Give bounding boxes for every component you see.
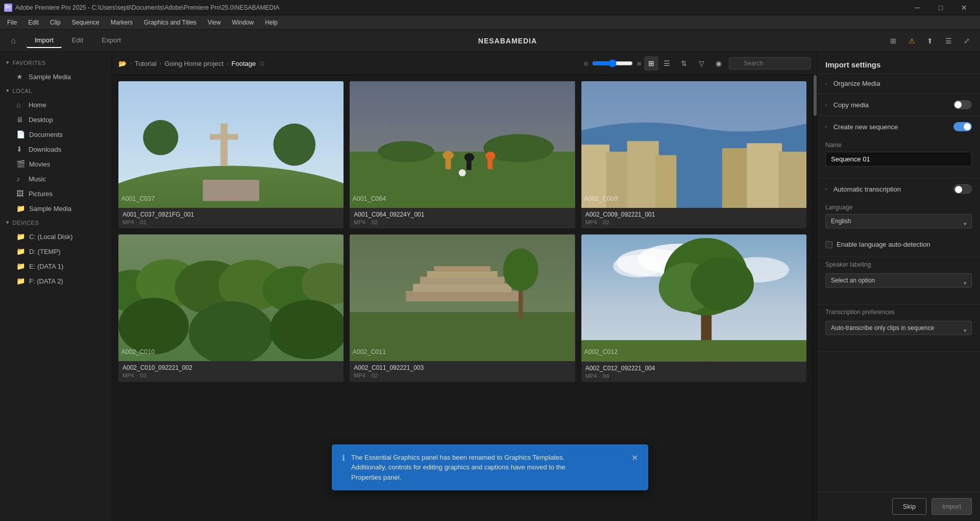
zoom-range-input[interactable]: [592, 59, 633, 67]
enable-auto-detect-row[interactable]: Enable language auto-detection: [825, 239, 972, 250]
sidebar-item-downloads[interactable]: ⬇ Downloads: [2, 142, 110, 156]
media-item-5[interactable]: A002_C011 A002_C011_092221_003 MP4 · :02: [350, 234, 575, 382]
sidebar-item-d-drive[interactable]: 📁 D: (TEMP): [2, 244, 110, 258]
enable-auto-detect-checkbox[interactable]: [825, 241, 832, 248]
upload-icon[interactable]: ⬆: [923, 34, 937, 48]
visibility-button[interactable]: ◉: [712, 56, 726, 70]
menu-markers[interactable]: Markers: [106, 17, 138, 28]
home-button[interactable]: ⌂: [6, 34, 20, 48]
menu-view[interactable]: View: [203, 17, 226, 28]
menu-window[interactable]: Window: [227, 17, 259, 28]
close-button[interactable]: ✕: [952, 0, 976, 15]
svg-rect-4: [203, 180, 259, 201]
scroll-track: [813, 75, 817, 521]
filter-button[interactable]: ▽: [694, 56, 708, 70]
favorites-section[interactable]: ▾ FAVORITES: [0, 56, 112, 69]
sidebar-item-home[interactable]: ⌂ Home: [2, 98, 110, 112]
sidebar-item-pictures[interactable]: 🖼 Pictures: [2, 186, 110, 201]
copy-media-row[interactable]: › Copy media: [817, 94, 980, 115]
sidebar-item-e-drive[interactable]: 📁 E: (DATA 1): [2, 259, 110, 273]
media-info-4: A002_C010_092221_002 MP4 · :03: [118, 361, 344, 382]
chevron-right-icon-copy: ›: [825, 102, 827, 108]
organize-media-label: Organize Media: [834, 80, 972, 87]
menubar: File Edit Clip Sequence Markers Graphics…: [0, 15, 980, 30]
svg-text:A001_C037: A001_C037: [121, 195, 155, 202]
auto-transcription-expanded: Language English Spanish French German E…: [817, 200, 980, 256]
star-icon: ★: [16, 73, 24, 81]
media-item-4[interactable]: A002_C010 A002_C010_092221_002 MP4 · :03: [118, 234, 344, 382]
media-name-2: A001_C064_09224Y_001: [354, 211, 571, 218]
sidebar-item-desktop[interactable]: 🖥 Desktop: [2, 112, 110, 127]
menu-edit[interactable]: Edit: [23, 17, 44, 28]
search-input[interactable]: [729, 57, 811, 69]
media-item-6[interactable]: A002_C012 A002_C012_092221_004 MP4 · :04: [581, 234, 806, 382]
scroll-thumb[interactable]: [814, 75, 817, 116]
sidebar-item-f-drive[interactable]: 📁 F: (DATA 2): [2, 274, 110, 288]
top-actions: ⊞ ⚠ ⬆ ☰ ⤢: [886, 34, 974, 48]
auto-transcription-label: Automatic transcription: [834, 185, 949, 193]
sort-button[interactable]: ⇅: [677, 56, 691, 70]
list-view-button[interactable]: ☰: [659, 56, 674, 70]
share-from-square-icon[interactable]: ⊞: [886, 34, 900, 48]
menu-clip[interactable]: Clip: [45, 17, 66, 28]
favorite-star-icon[interactable]: ☆: [259, 59, 265, 67]
svg-point-10: [378, 141, 434, 162]
sidebar-item-c-drive[interactable]: 📁 C: (Local Disk): [2, 229, 110, 244]
svg-point-6: [273, 124, 315, 166]
import-button[interactable]: Import: [932, 498, 972, 515]
maximize-button[interactable]: □: [929, 0, 952, 15]
sequence-name-input[interactable]: [825, 152, 972, 167]
tab-edit[interactable]: Edit: [64, 33, 91, 48]
media-item-1[interactable]: A001_C037 A001_C037_0921FG_001 MP4 · :01: [118, 81, 344, 228]
sidebar-item-sample-media-fav[interactable]: ★ Sample Media: [2, 69, 110, 84]
organize-media-section: › Organize Media: [817, 74, 980, 94]
media-item-3[interactable]: A002_C009 A002_C009_092221_001 MP4 · :02: [581, 81, 806, 228]
menu-graphics-titles[interactable]: Graphics and Titles: [139, 17, 202, 28]
alert-icon[interactable]: ⚠: [904, 34, 919, 48]
auto-transcription-row[interactable]: › Automatic transcription: [817, 178, 980, 200]
media-meta-5: MP4 · :02: [354, 372, 571, 378]
local-section[interactable]: ▾ LOCAL: [0, 84, 112, 97]
breadcrumb-going-home[interactable]: Going Home project: [164, 60, 224, 67]
grid-view-button[interactable]: ⊞: [644, 56, 658, 70]
speaker-labeling-content: Select an option: [817, 273, 980, 304]
create-sequence-toggle[interactable]: [953, 122, 972, 131]
media-item-2[interactable]: A001_C064 A001_C064_09224Y_001 MP4 · :02: [350, 81, 575, 228]
devices-section[interactable]: ▾ DEVICES: [0, 216, 112, 229]
menu-help[interactable]: Help: [260, 17, 283, 28]
tab-import[interactable]: Import: [27, 33, 62, 48]
transcription-prefs-select[interactable]: Auto-transcribe only clips in sequence A…: [825, 321, 972, 335]
skip-button[interactable]: Skip: [892, 498, 926, 515]
auto-transcription-toggle[interactable]: [953, 184, 972, 194]
language-select-wrap: English Spanish French German: [825, 214, 972, 233]
home-icon: ⌂: [16, 101, 24, 109]
create-sequence-row[interactable]: › Create new sequence: [817, 116, 980, 137]
drive-icon-f: 📁: [16, 277, 25, 285]
sidebar-item-movies[interactable]: 🎬 Movies: [2, 157, 110, 171]
menu-file[interactable]: File: [2, 17, 22, 28]
speaker-labeling-select[interactable]: Select an option: [825, 273, 972, 288]
tab-export[interactable]: Export: [93, 33, 129, 48]
copy-media-toggle[interactable]: [953, 100, 972, 109]
sidebar-item-sample-media-local[interactable]: 📁 Sample Media: [2, 201, 110, 216]
copy-media-label: Copy media: [834, 101, 949, 109]
breadcrumb-folder-icon[interactable]: 📂: [118, 60, 127, 67]
hamburger-menu-icon[interactable]: ☰: [941, 34, 955, 48]
organize-media-row[interactable]: › Organize Media: [817, 74, 980, 93]
media-thumbnail-6: A002_C012: [581, 234, 806, 361]
svg-rect-2: [220, 124, 228, 166]
chevron-down-icon: ▾: [6, 59, 10, 66]
notification-close-button[interactable]: ✕: [631, 453, 638, 463]
media-name-6: A002_C012_092221_004: [585, 365, 802, 372]
minimize-button[interactable]: ─: [905, 0, 929, 15]
breadcrumb-tutorial[interactable]: Tutorial: [135, 60, 157, 67]
auto-transcription-section: › Automatic transcription Language Engli…: [817, 178, 980, 257]
sidebar-item-music[interactable]: ♪ Music: [2, 172, 110, 186]
breadcrumb-footage[interactable]: Footage: [232, 60, 256, 67]
fullscreen-icon[interactable]: ⤢: [960, 34, 974, 48]
menu-sequence[interactable]: Sequence: [67, 17, 105, 28]
language-select[interactable]: English Spanish French German: [825, 214, 972, 228]
svg-rect-42: [406, 291, 519, 302]
sidebar-item-documents[interactable]: 📄 Documents: [2, 127, 110, 141]
speaker-labeling-section: Speaker labeling Select an option: [817, 257, 980, 304]
